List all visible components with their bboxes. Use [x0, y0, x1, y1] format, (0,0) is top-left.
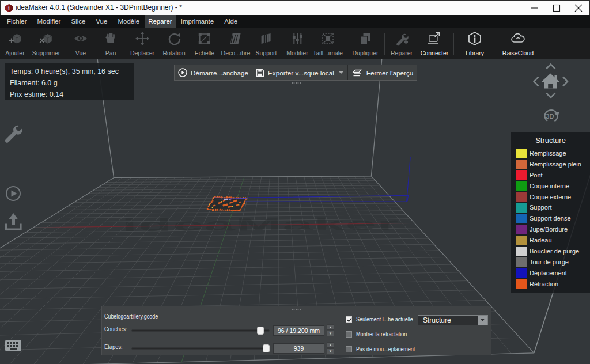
- svg-text:ideaMaker: ideaMaker: [122, 214, 400, 235]
- svg-text:3D: 3D: [546, 113, 554, 120]
- svg-text:i: i: [8, 5, 10, 12]
